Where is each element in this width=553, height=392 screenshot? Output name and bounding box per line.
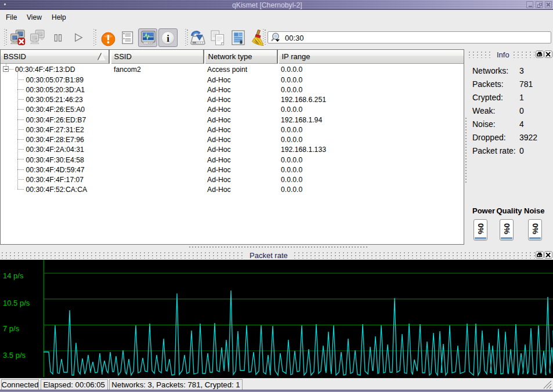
svg-text:i: i (167, 33, 169, 44)
